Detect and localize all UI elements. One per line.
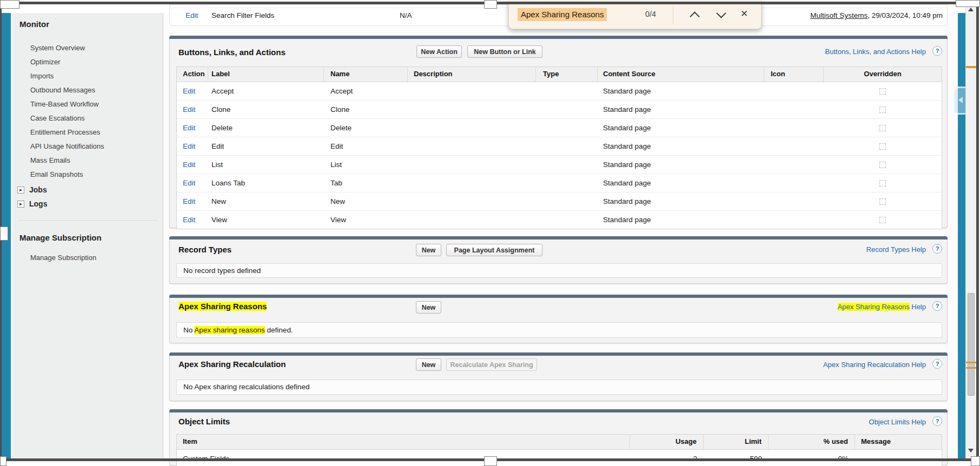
buttons-links-actions-help-link[interactable]: Buttons, Links, and Actions Help <box>825 48 926 56</box>
table-row: Edit Delete Delete Standard page <box>177 119 942 137</box>
record-types-empty-message: No record types defined <box>176 263 942 278</box>
apex-sharing-reasons-help-link[interactable]: Apex Sharing Reasons Help <box>838 303 926 311</box>
cell-name: Accept <box>324 87 408 95</box>
overridden-checkbox <box>879 198 886 205</box>
sidebar-item-jobs[interactable]: Jobs <box>29 185 47 194</box>
find-next-icon[interactable] <box>716 8 726 18</box>
expand-icon-jobs[interactable]: ▸ <box>17 187 24 194</box>
cell-name: Delete <box>324 124 408 132</box>
find-match-highlight: Apex Sharing Reasons <box>838 303 910 311</box>
edit-link[interactable]: Edit <box>177 179 208 187</box>
find-query-text[interactable]: Apex Sharing Reasons <box>518 8 607 21</box>
resize-handle-bottom-right[interactable] <box>971 456 980 466</box>
edit-link[interactable]: Edit <box>177 87 208 95</box>
edit-link[interactable]: Edit <box>177 124 208 132</box>
section-buttons-links-actions: Buttons, Links, and Actions New Action N… <box>169 36 948 228</box>
apex-sharing-reasons-new-button[interactable]: New <box>416 301 441 314</box>
sidebar-item-mass-emails[interactable]: Mass Emails <box>30 156 70 164</box>
overridden-checkbox <box>879 143 886 150</box>
find-match-marker <box>966 66 976 68</box>
cell-overridden <box>824 162 942 168</box>
sidebar-item-optimizer[interactable]: Optimizer <box>30 58 61 66</box>
new-action-button[interactable]: New Action <box>416 45 462 58</box>
cell-content-source: Standard page <box>598 142 764 150</box>
col-header-name: Name <box>324 67 408 82</box>
apex-sharing-recalculation-help-link[interactable]: Apex Sharing Recalculation Help <box>823 361 926 369</box>
chevron-left-icon <box>958 97 963 103</box>
cell-overridden <box>824 88 942 95</box>
overridden-checkbox <box>879 162 886 168</box>
overridden-checkbox <box>879 106 886 113</box>
col-header-usage: Usage <box>630 435 704 449</box>
setup-sidebar: Monitor System Overview Optimizer Import… <box>12 13 163 458</box>
resize-handle-top-left[interactable] <box>0 0 19 9</box>
help-question-icon[interactable]: ? <box>932 416 942 426</box>
page-layout-assignment-button[interactable]: Page Layout Assignment <box>446 244 542 256</box>
sidebar-item-outbound-messages[interactable]: Outbound Messages <box>30 86 95 94</box>
object-limits-help-link[interactable]: Object Limits Help <box>869 418 926 426</box>
cell-name: Edit <box>324 142 408 150</box>
edit-link[interactable]: Edit <box>177 105 208 114</box>
resize-handle-left-middle[interactable] <box>0 227 8 241</box>
record-types-new-button[interactable]: New <box>416 244 441 256</box>
sidebar-item-time-based-workflow[interactable]: Time-Based Workflow <box>30 100 98 108</box>
resize-handle-top-center[interactable] <box>484 0 497 9</box>
section-object-limits: Object Limits Object Limits Help ? Item … <box>169 409 948 466</box>
browser-find-bar: Apex Sharing Reasons 0/4 ✕ <box>508 0 762 29</box>
object-limits-table: Item Usage Limit % used Message Custom F… <box>176 434 942 466</box>
section-title-object-limits: Object Limits <box>178 417 230 426</box>
modified-by: Multisoft Systems, 29/03/2024, 10:49 pm <box>810 11 943 19</box>
sidebar-item-system-overview[interactable]: System Overview <box>30 44 85 52</box>
help-question-icon[interactable]: ? <box>932 244 942 254</box>
find-match-highlight: Apex Sharing Reasons <box>178 302 267 311</box>
sidebar-item-email-snapshots[interactable]: Email Snapshots <box>30 170 83 178</box>
sidebar-item-manage-subscription[interactable]: Manage Subscription <box>30 254 96 262</box>
sidebar-header-monitor: Monitor <box>19 19 49 29</box>
col-header-pct-used: % used <box>769 435 855 449</box>
cell-label: View <box>208 216 324 224</box>
col-header-content-source: Content Source <box>598 67 764 82</box>
sidebar-item-imports[interactable]: Imports <box>30 72 54 80</box>
overridden-checkbox <box>879 180 886 187</box>
edit-link[interactable]: Edit <box>177 216 208 224</box>
empty-prefix: No <box>183 326 194 334</box>
edit-link[interactable]: Edit <box>177 142 208 150</box>
sidebar-item-entitlement-processes[interactable]: Entitlement Processes <box>30 128 100 136</box>
search-filter-fields-label: Search Filter Fields <box>211 11 274 19</box>
modified-by-user-link[interactable]: Multisoft Systems <box>810 11 868 19</box>
new-button-or-link-button[interactable]: New Button or Link <box>467 45 542 58</box>
sidebar-item-case-escalations[interactable]: Case Escalations <box>30 114 84 122</box>
record-types-help-link[interactable]: Record Types Help <box>866 245 926 254</box>
resize-handle-top-right[interactable] <box>956 0 980 7</box>
edit-search-filter-fields-link[interactable]: Edit <box>186 11 198 19</box>
edit-link[interactable]: Edit <box>177 197 208 205</box>
section-title-apex-sharing-recalculation: Apex Sharing Recalculation <box>178 360 286 369</box>
find-close-icon[interactable]: ✕ <box>740 8 748 19</box>
scrollbar-thumb[interactable] <box>968 293 975 396</box>
resize-handle-bottom-center[interactable] <box>484 456 497 466</box>
table-row: Edit View View Standard page <box>177 211 942 229</box>
cell-content-source: Standard page <box>598 161 764 169</box>
sidebar-item-api-usage-notifications[interactable]: API Usage Notifications <box>30 142 104 150</box>
vertical-scrollbar[interactable] <box>965 2 976 458</box>
help-question-icon[interactable]: ? <box>932 301 942 311</box>
cell-content-source: Standard page <box>598 105 764 114</box>
expand-icon-logs[interactable]: ▸ <box>17 201 24 208</box>
section-top-strip <box>169 236 948 239</box>
cell-content-source: Standard page <box>598 197 764 205</box>
cell-name: New <box>324 197 408 205</box>
help-question-icon[interactable]: ? <box>932 359 942 369</box>
sidebar-item-logs[interactable]: Logs <box>29 199 47 208</box>
scroll-down-arrow-icon[interactable] <box>968 449 974 452</box>
help-question-icon[interactable]: ? <box>932 46 942 56</box>
edit-link[interactable]: Edit <box>177 161 208 169</box>
scroll-up-arrow-icon[interactable] <box>968 8 974 11</box>
find-match-marker <box>966 362 976 363</box>
section-title-apex-sharing-reasons: Apex Sharing Reasons <box>178 302 267 311</box>
find-previous-icon[interactable] <box>690 11 699 21</box>
table-row: Edit New New Standard page <box>177 192 942 211</box>
resize-handle-bottom-left[interactable] <box>0 456 6 466</box>
cell-overridden <box>824 125 942 131</box>
cell-overridden <box>824 217 942 223</box>
apex-sharing-recalculation-new-button[interactable]: New <box>416 358 441 371</box>
